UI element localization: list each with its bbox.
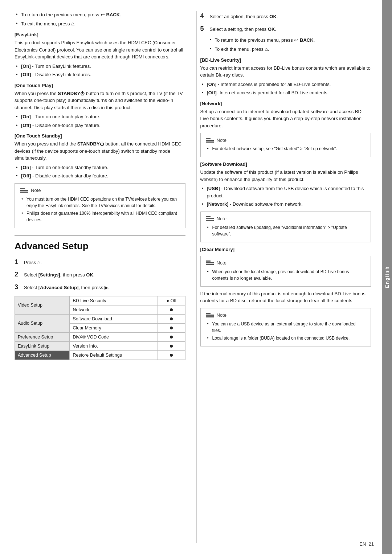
- step-4: 4 Select an option, then press OK.: [200, 11, 371, 21]
- network-heading: [Network]: [200, 101, 371, 106]
- step-5: 5 Select a setting, then press OK.: [200, 24, 371, 34]
- software-download-heading: [Software Download]: [200, 161, 371, 167]
- note-5-item-1: You can use a USB device as an external …: [206, 321, 366, 334]
- dot-software: [158, 314, 185, 323]
- easylink-bullet-1: [On] - Turn on EasyLink features.: [15, 63, 185, 70]
- dot-version-bullet: [170, 345, 173, 348]
- bd-live-bullet-1: [On] - Internet access is prohibited for…: [200, 81, 371, 88]
- step-text-4: Select an option, then press OK.: [210, 13, 278, 21]
- advanced-setup-title: Advanced Setup: [15, 241, 185, 252]
- table-row-5: Preference Setup DivX® VOD Code: [15, 332, 185, 341]
- cat-easylink-setup: EasyLink Setup: [15, 341, 70, 350]
- step-num-3: 3: [15, 282, 22, 292]
- step-1: 1 Press ⌂.: [15, 257, 185, 267]
- language-label: English: [384, 266, 390, 288]
- note-label-1: Note: [31, 188, 41, 193]
- dot-network: [158, 305, 185, 314]
- note-box-1: Note You must turn on the HDMI CEC opera…: [15, 183, 185, 228]
- note-box-3: Note For detailed software updating, see…: [200, 212, 371, 242]
- sd-bullet-2: [Network] - Download software from netwo…: [200, 201, 371, 208]
- one-touch-play-bullets: [On] - Turn on one-touch play feature. […: [15, 113, 185, 129]
- dot-clear: [158, 323, 185, 332]
- note-1-item-2: Philips does not guarantee 100% interope…: [20, 210, 180, 223]
- clear-memory-body: If the internal memory of this product i…: [200, 290, 371, 304]
- back-icon-r: ↩: [294, 36, 298, 44]
- network-body: Set up a connection to internet to downl…: [200, 108, 371, 130]
- step-num-4: 4: [200, 11, 208, 21]
- intro-bullet-1: To return to the previous menu, press ↩ …: [15, 11, 185, 19]
- note-icon-3: [206, 216, 214, 222]
- note-5-item-2: Local storage is a folder (BUDA) located…: [206, 335, 366, 341]
- language-tab: English: [382, 0, 392, 554]
- back-icon: ↩: [101, 11, 105, 19]
- item-software-download: Software Download: [70, 314, 158, 323]
- right-column: 4 Select an option, then press OK. 5 Sel…: [196, 11, 371, 543]
- easylink-bullet-2: [Off] - Disable EasyLink features.: [15, 71, 185, 78]
- otp-bullet-1: [On] - Turn on one-touch play feature.: [15, 113, 185, 120]
- item-clear-memory: Clear Memory: [70, 323, 158, 332]
- table-row-7: Advanced Setup Restore Default Settings: [15, 350, 185, 360]
- software-download-bullets: [USB] - Download software from the USB d…: [200, 185, 371, 208]
- note-box-4: Note When you clear the local storage, p…: [200, 256, 371, 287]
- dot-bd-live: ● Off: [158, 296, 185, 305]
- cat-video-setup: Video Setup: [15, 296, 70, 314]
- note-4-item-1: When you clear the local storage, previo…: [206, 268, 366, 282]
- item-network: Network: [70, 305, 158, 314]
- otp-bullet-2: [Off] - Disable one-touch play feature.: [15, 122, 185, 129]
- sd-bullet-1: [USB] - Download software from the USB d…: [200, 185, 371, 199]
- note-header-2: Note: [206, 137, 366, 143]
- one-touch-standby-body: When you press and hold the STANDBY⏻ but…: [15, 140, 185, 162]
- step-text-5: Select a setting, then press OK.: [210, 26, 277, 33]
- step-num-5: 5: [200, 24, 208, 34]
- intro-bullets: To return to the previous menu, press ↩ …: [15, 11, 185, 28]
- note-1-item-1: You must turn on the HDMI CEC operations…: [20, 196, 180, 209]
- note-label-3: Note: [217, 216, 226, 221]
- note-2-list: For detailed network setup, see "Get sta…: [206, 145, 366, 152]
- one-touch-standby-bullets: [On] - Turn on one-touch standby feature…: [15, 164, 185, 180]
- bd-live-bullet-2: [Off]- Internet access is permitted for …: [200, 89, 371, 97]
- home-icon: ⌂: [71, 20, 74, 28]
- dot-software-bullet: [170, 317, 173, 320]
- step-text-1: Press ⌂.: [24, 258, 42, 267]
- note-box-2: Note For detailed network setup, see "Ge…: [200, 133, 371, 157]
- note-2-item-1: For detailed network setup, see "Get sta…: [206, 145, 366, 152]
- note-1-list: You must turn on the HDMI CEC operations…: [20, 196, 180, 223]
- item-bd-live-security: BD Live Security: [70, 296, 158, 305]
- dot-network-bullet: [170, 308, 173, 311]
- note-icon-4: [206, 260, 214, 266]
- step5-sub1: To return to the previous menu, press ↩ …: [200, 36, 371, 44]
- note-3-item-1: For detailed software updating, see "Add…: [206, 224, 366, 237]
- standby-icon: ⏻: [80, 91, 85, 96]
- dot-restore-bullet: [170, 354, 173, 357]
- easylink-body: This product supports Philips Easylink w…: [15, 39, 185, 61]
- left-column: To return to the previous menu, press ↩ …: [15, 11, 189, 543]
- ots-bullet-2: [Off] - Disable one-touch standby featur…: [15, 172, 185, 180]
- ots-bullet-1: [On] - Turn on one-touch standby feature…: [15, 164, 185, 171]
- dot-divx: [158, 332, 185, 341]
- easylink-heading: [EasyLink]: [15, 32, 185, 37]
- home-icon-step1: ⌂: [37, 258, 40, 266]
- dot-clear-bullet: [170, 327, 173, 329]
- main-content: To return to the previous menu, press ↩ …: [0, 0, 382, 554]
- note-header-4: Note: [206, 260, 366, 266]
- note-header-3: Note: [206, 216, 366, 222]
- note-label-5: Note: [217, 312, 226, 318]
- standby-icon-2: ⏻: [100, 141, 104, 147]
- note-box-5: Note You can use a USB device as an exte…: [200, 308, 371, 346]
- bd-live-security-body: You can restrict internet access for BD-…: [200, 65, 371, 79]
- one-touch-play-body: When you press the STANDBY⏻ button to tu…: [15, 90, 185, 111]
- step-num-1: 1: [15, 257, 22, 267]
- table-row-1: Video Setup BD Live Security ● Off: [15, 296, 185, 305]
- note-3-list: For detailed software updating, see "Add…: [206, 224, 366, 237]
- step-num-2: 2: [15, 269, 22, 280]
- dot-divx-bullet: [170, 336, 173, 338]
- note-header-1: Note: [20, 187, 180, 194]
- note-header-5: Note: [206, 312, 366, 319]
- step-text-3: Select [Advanced Setup], then press ▶.: [24, 284, 109, 292]
- table-row-6: EasyLink Setup Version Info.: [15, 341, 185, 350]
- section-divider: [15, 235, 185, 235]
- easylink-bullets: [On] - Turn on EasyLink features. [Off] …: [15, 63, 185, 78]
- note-icon-2: [206, 137, 214, 143]
- note-label-2: Note: [217, 138, 226, 143]
- clear-memory-heading: [Clear Memory]: [200, 247, 371, 252]
